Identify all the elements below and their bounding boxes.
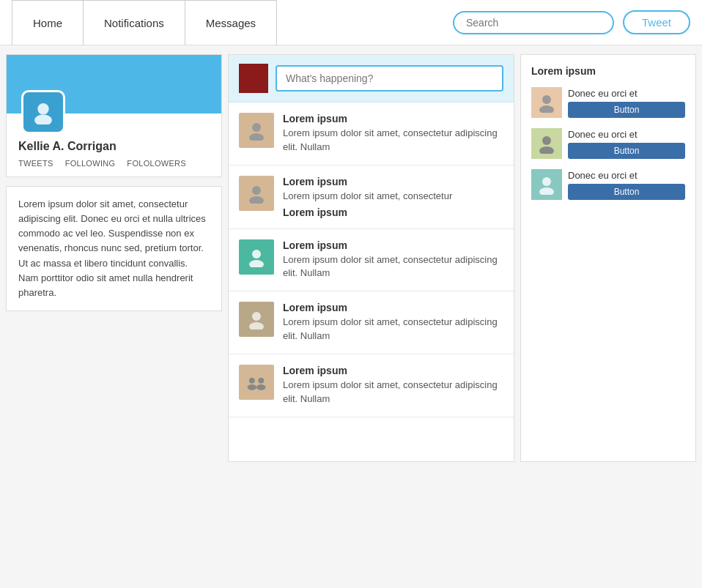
tab-messages[interactable]: Messages — [185, 0, 277, 45]
svg-point-12 — [258, 378, 264, 384]
suggestion-avatar-1 — [531, 87, 562, 118]
tweets-stat[interactable]: TWEETS — [18, 159, 53, 168]
following-stat[interactable]: FOLLOWING — [65, 159, 116, 168]
person-icon — [246, 247, 267, 267]
nav-tabs: Home Notifications Messages — [12, 0, 277, 45]
right-title: Lorem ipsum — [531, 65, 685, 77]
feed-title-1: Lorem ipsum — [283, 113, 503, 124]
feed-item: Lorem ipsum Lorem ipsum dolor sit amet, … — [229, 165, 514, 229]
feed-container: Lorem ipsum Lorem ipsum dolor sit amet, … — [229, 103, 514, 461]
profile-avatar-wrap — [21, 90, 65, 134]
person-icon — [536, 92, 557, 113]
compose-avatar — [239, 64, 268, 93]
feed-title-3: Lorem ipsum — [283, 239, 503, 251]
feed-item: Lorem ipsum Lorem ipsum dolor sit amet, … — [229, 229, 514, 292]
svg-point-5 — [249, 196, 264, 204]
suggestion-name-3: Donec eu orci et — [568, 170, 685, 181]
top-navigation: Home Notifications Messages Tweet — [0, 0, 702, 45]
feed-empty — [229, 417, 514, 461]
profile-name: Kellie A. Corrigan — [18, 140, 210, 153]
svg-point-3 — [249, 133, 264, 141]
svg-point-10 — [249, 378, 255, 384]
svg-point-7 — [249, 260, 264, 267]
feed-body-bold-2: Lorem ipsum — [283, 206, 503, 218]
person-icon — [536, 133, 557, 154]
suggestion-info-2: Donec eu orci et Button — [568, 129, 685, 159]
suggestion-avatar-2 — [531, 128, 562, 159]
svg-point-17 — [539, 146, 554, 154]
followers-stat[interactable]: FOLOLOWERS — [127, 159, 186, 168]
feed-item: Lorem ipsum Lorem ipsum dolor sit amet, … — [229, 103, 514, 165]
person-icon — [536, 174, 557, 195]
suggestion-item-3: Donec eu orci et Button — [531, 169, 685, 200]
user-icon — [31, 100, 56, 124]
search-input[interactable] — [466, 17, 601, 29]
person-icon — [246, 309, 267, 330]
profile-avatar — [21, 90, 65, 134]
feed-content-4: Lorem ipsum Lorem ipsum dolor sit amet, … — [283, 302, 503, 343]
profile-stats: TWEETS FOLLOWING FOLOLOWERS — [18, 159, 210, 168]
tweet-compose — [229, 55, 514, 103]
suggestion-info-1: Donec eu orci et Button — [568, 88, 685, 118]
svg-point-2 — [252, 123, 261, 132]
bio-text: Lorem ipsum dolor sit amet, consectetur … — [18, 197, 210, 300]
svg-point-6 — [252, 250, 261, 258]
svg-point-9 — [249, 322, 264, 330]
svg-point-18 — [542, 177, 551, 186]
feed-body-5: Lorem ipsum dolor sit amet, consectetur … — [283, 379, 503, 406]
svg-point-16 — [542, 136, 551, 145]
feed-avatar-1 — [239, 113, 274, 148]
feed-title-2: Lorem ipsum — [283, 176, 503, 187]
suggestion-follow-button-1[interactable]: Button — [568, 102, 685, 118]
feed-content-3: Lorem ipsum Lorem ipsum dolor sit amet, … — [283, 239, 503, 281]
feed-avatar-5 — [239, 365, 274, 400]
tweet-button[interactable]: Tweet — [623, 10, 690, 34]
center-panel: Lorem ipsum Lorem ipsum dolor sit amet, … — [228, 54, 514, 462]
svg-point-8 — [252, 312, 261, 321]
person-icon — [246, 120, 267, 141]
tab-home[interactable]: Home — [12, 0, 84, 45]
feed-body-4: Lorem ipsum dolor sit amet, consectetur … — [283, 316, 503, 343]
svg-point-14 — [542, 95, 551, 104]
profile-card: Kellie A. Corrigan TWEETS FOLLOWING FOLO… — [6, 54, 222, 177]
suggestion-item-2: Donec eu orci et Button — [531, 128, 685, 159]
feed-item: Lorem ipsum Lorem ipsum dolor sit amet, … — [229, 291, 514, 354]
feed-avatar-3 — [239, 239, 274, 275]
suggestion-avatar-3 — [531, 169, 562, 200]
suggestion-item-1: Donec eu orci et Button — [531, 87, 685, 118]
svg-point-13 — [256, 384, 265, 390]
feed-content-2: Lorem ipsum Lorem ipsum dolor sit amet, … — [283, 176, 503, 218]
svg-point-1 — [34, 114, 52, 124]
person-icon — [246, 183, 267, 204]
suggestion-info-3: Donec eu orci et Button — [568, 170, 685, 200]
suggestion-follow-button-3[interactable]: Button — [568, 184, 685, 200]
suggestion-name-1: Donec eu orci et — [568, 88, 685, 99]
tab-notifications[interactable]: Notifications — [84, 0, 185, 45]
feed-title-5: Lorem ipsum — [283, 365, 503, 376]
profile-banner — [7, 55, 221, 113]
left-panel: Kellie A. Corrigan TWEETS FOLLOWING FOLO… — [6, 54, 222, 462]
svg-point-15 — [539, 105, 554, 113]
feed-body-1: Lorem ipsum dolor sit amet, consectetur … — [283, 127, 503, 155]
suggestion-name-2: Donec eu orci et — [568, 129, 685, 140]
feed-content-5: Lorem ipsum Lorem ipsum dolor sit amet, … — [283, 365, 503, 406]
main-layout: Kellie A. Corrigan TWEETS FOLLOWING FOLO… — [0, 45, 702, 471]
feed-body-3: Lorem ipsum dolor sit amet, consectetur … — [283, 253, 503, 281]
group-icon — [246, 372, 267, 392]
right-panel: Lorem ipsum Donec eu orci et Button — [520, 54, 696, 462]
feed-content-1: Lorem ipsum Lorem ipsum dolor sit amet, … — [283, 113, 503, 155]
suggestion-follow-button-2[interactable]: Button — [568, 143, 685, 159]
bio-card: Lorem ipsum dolor sit amet, consectetur … — [6, 186, 222, 311]
feed-avatar-4 — [239, 302, 274, 337]
feed-title-4: Lorem ipsum — [283, 302, 503, 313]
svg-point-0 — [37, 103, 48, 114]
feed-body-2: Lorem ipsum dolor sit amet, consectetur — [283, 190, 503, 204]
svg-point-11 — [248, 384, 256, 390]
svg-point-4 — [252, 186, 261, 195]
feed-avatar-2 — [239, 176, 274, 211]
compose-input[interactable] — [276, 65, 503, 92]
search-bar — [453, 11, 614, 34]
svg-point-19 — [539, 187, 554, 195]
feed-item: Lorem ipsum Lorem ipsum dolor sit amet, … — [229, 354, 514, 417]
